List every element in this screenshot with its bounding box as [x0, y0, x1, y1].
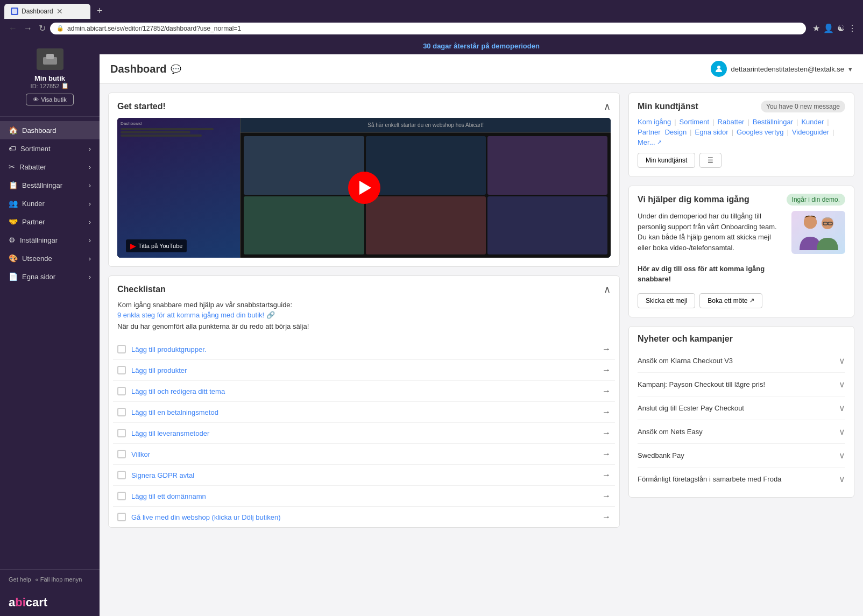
- kundtjanst-link-googles-vertyg[interactable]: Googles vertyg: [737, 128, 783, 136]
- view-store-btn[interactable]: 👁 Visa butik: [26, 94, 74, 105]
- sidebar-item-sortiment[interactable]: 🏷 Sortiment ›: [0, 139, 100, 158]
- book-meeting-btn[interactable]: Boka ett möte ↗: [699, 293, 762, 308]
- checklist-item-label-1[interactable]: Lägg till produkter: [131, 366, 187, 374]
- kundtjanst-link-bestallningar[interactable]: Beställningar: [753, 118, 793, 126]
- copy-icon[interactable]: 📋: [61, 82, 69, 89]
- kundtjanst-link-mer[interactable]: Mer... ↗: [638, 138, 662, 146]
- browser-controls: ← → ↻ 🔒 admin.abicart.se/sv/editor/12785…: [0, 19, 863, 38]
- sidebar-nav: 🏠 Dashboard 🏷 Sortiment › ✂ Rabatter ›: [0, 117, 100, 569]
- extensions-icon[interactable]: ☯: [837, 23, 845, 33]
- checklist-checkbox-1[interactable]: [117, 366, 126, 374]
- kundtjanst-link-kunder[interactable]: Kunder: [801, 118, 824, 126]
- new-tab-btn[interactable]: +: [93, 3, 107, 19]
- forward-btn[interactable]: →: [22, 23, 34, 34]
- hjalper-content: Under din demoperiod har du tillgång til…: [629, 211, 854, 293]
- sidebar-item-installningar[interactable]: ⚙ Inställningar ›: [0, 231, 100, 249]
- sidebar-item-partner[interactable]: 🤝 Partner ›: [0, 213, 100, 231]
- video-container[interactable]: Dashboard Så här enkelt startar du en we…: [117, 118, 611, 258]
- chevron-right-icon: ›: [89, 218, 91, 226]
- kundtjanst-link-design[interactable]: Design: [665, 128, 687, 136]
- sidebar-item-utseende[interactable]: 🎨 Utseende ›: [0, 249, 100, 267]
- chevron-down-icon-2: ∨: [839, 403, 845, 413]
- checklist-item-label-2[interactable]: Lägg till och redigera ditt tema: [131, 387, 225, 395]
- checklist-arrow-2[interactable]: →: [602, 386, 611, 396]
- partner-icon: 🤝: [9, 217, 18, 226]
- kundtjanst-list-btn[interactable]: ☰: [699, 153, 721, 168]
- get-help-link[interactable]: Get help: [9, 576, 31, 583]
- refresh-btn[interactable]: ↻: [37, 22, 48, 34]
- chevron-right-icon: ›: [89, 254, 91, 263]
- bookmark-icon[interactable]: ★: [812, 23, 820, 33]
- checklist-checkbox-6[interactable]: [117, 471, 126, 479]
- checklist-checkbox-8[interactable]: [117, 513, 126, 521]
- page-title: Dashboard: [110, 63, 166, 75]
- tab-favicon: [11, 8, 18, 15]
- kundtjanst-link-videoguider[interactable]: Videoguider: [792, 128, 829, 136]
- address-bar[interactable]: 🔒 admin.abicart.se/sv/editor/127852/dash…: [50, 23, 806, 34]
- chevron-down-icon-1: ∨: [839, 379, 845, 390]
- header-right: dettaarintedenstitatesten@textalk.se ▾: [711, 61, 853, 77]
- menu-icon[interactable]: ⋮: [848, 23, 857, 33]
- checklist-collapse-btn[interactable]: ∧: [604, 284, 611, 295]
- checklist-checkbox-7[interactable]: [117, 492, 126, 500]
- checklist-arrow-0[interactable]: →: [602, 344, 611, 354]
- sidebar-item-kunder[interactable]: 👥 Kunder ›: [0, 194, 100, 213]
- checklist-arrow-3[interactable]: →: [602, 407, 611, 417]
- sidebar-item-dashboard[interactable]: 🏠 Dashboard: [0, 121, 100, 139]
- kundtjanst-btn[interactable]: Min kundtjänst: [638, 153, 695, 168]
- external-link-icon: ↗: [657, 139, 662, 146]
- sidebar-item-rabatter[interactable]: ✂ Rabatter ›: [0, 158, 100, 176]
- content-area: Get started! ∧ Dashboard: [100, 84, 863, 616]
- kundtjanst-link-partner[interactable]: Partner: [638, 128, 661, 136]
- checklist-arrow-4[interactable]: →: [602, 428, 611, 438]
- video-play-btn[interactable]: [348, 172, 380, 204]
- checklist-checkbox-2[interactable]: [117, 387, 126, 395]
- checklist-item-label-0[interactable]: Lägg till produktgrupper.: [131, 345, 206, 353]
- checklist-item-label-4[interactable]: Lägg till leveransmetoder: [131, 429, 209, 437]
- checklist-arrow-6[interactable]: →: [602, 470, 611, 480]
- kundtjanst-link-rabatter[interactable]: Rabatter: [718, 118, 745, 126]
- checklist-arrow-8[interactable]: →: [602, 512, 611, 522]
- checklist-item-label-8[interactable]: Gå live med din webshop (klicka ur Dölj …: [131, 513, 280, 521]
- checklist-intro: Kom igång snabbare med hjälp av vår snab…: [109, 301, 619, 339]
- news-item-2[interactable]: Anslut dig till Ecster Pay Checkout ∨: [638, 396, 845, 420]
- checklist-item-label-7[interactable]: Lägg till ett domännamn: [131, 492, 206, 500]
- send-email-btn[interactable]: Skicka ett mejl: [638, 293, 695, 308]
- checklist-arrow-5[interactable]: →: [602, 449, 611, 459]
- checklist-item-label-3[interactable]: Lägg till en betalningsmetod: [131, 408, 218, 416]
- news-item-0[interactable]: Ansök om Klarna Checkout V3 ∨: [638, 349, 845, 373]
- checklist-checkbox-3[interactable]: [117, 408, 126, 416]
- checklist-item-label-5[interactable]: Villkor: [131, 450, 150, 458]
- utseende-icon: 🎨: [9, 254, 18, 263]
- youtube-badge[interactable]: ▶ Titta på YouTube: [126, 239, 187, 252]
- active-tab[interactable]: Dashboard ✕: [4, 4, 90, 19]
- checklist-checkbox-5[interactable]: [117, 450, 126, 458]
- get-started-collapse-btn[interactable]: ∧: [604, 101, 611, 112]
- user-dropdown-arrow[interactable]: ▾: [848, 65, 852, 73]
- kundtjanst-link-kom-igang[interactable]: Kom igång: [638, 118, 671, 126]
- chat-icon[interactable]: 💬: [171, 64, 181, 74]
- back-btn[interactable]: ←: [6, 23, 19, 34]
- news-item-3[interactable]: Ansök om Nets Easy ∨: [638, 420, 845, 444]
- profile-icon[interactable]: 👤: [823, 23, 834, 33]
- checklist-item-label-6[interactable]: Signera GDPR avtal: [131, 471, 194, 479]
- sidebar-item-bestallningar[interactable]: 📋 Beställningar ›: [0, 176, 100, 194]
- checklist-arrow-1[interactable]: →: [602, 365, 611, 375]
- checklist-checkbox-4[interactable]: [117, 429, 126, 437]
- checklist-item: Signera GDPR avtal →: [113, 465, 615, 486]
- news-item-1[interactable]: Kampanj: Payson Checkout till lägre pris…: [638, 373, 845, 396]
- news-item-4[interactable]: Swedbank Pay ∨: [638, 444, 845, 468]
- checklist-checkbox-0[interactable]: [117, 345, 126, 353]
- get-started-card: Get started! ∧ Dashboard: [108, 93, 620, 267]
- news-item-5[interactable]: Förmånligt företagslån i samarbete med F…: [638, 468, 845, 491]
- tab-close-btn[interactable]: ✕: [56, 7, 63, 16]
- chevron-right-icon: ›: [89, 145, 91, 153]
- news-item-label-0: Ansök om Klarna Checkout V3: [638, 357, 733, 365]
- hjalper-actions: Skicka ett mejl Boka ett möte ↗: [629, 293, 854, 317]
- kundtjanst-link-sortiment[interactable]: Sortiment: [680, 118, 710, 126]
- checklist-arrow-7[interactable]: →: [602, 491, 611, 501]
- collapse-menu-link[interactable]: Fäll ihop menyn: [40, 576, 82, 583]
- checklist-link[interactable]: 9 enkla steg för att komma igång med din…: [117, 311, 275, 319]
- kundtjanst-link-egna-sidor[interactable]: Egna sidor: [695, 128, 728, 136]
- sidebar-item-egna-sidor[interactable]: 📄 Egna sidor ›: [0, 267, 100, 286]
